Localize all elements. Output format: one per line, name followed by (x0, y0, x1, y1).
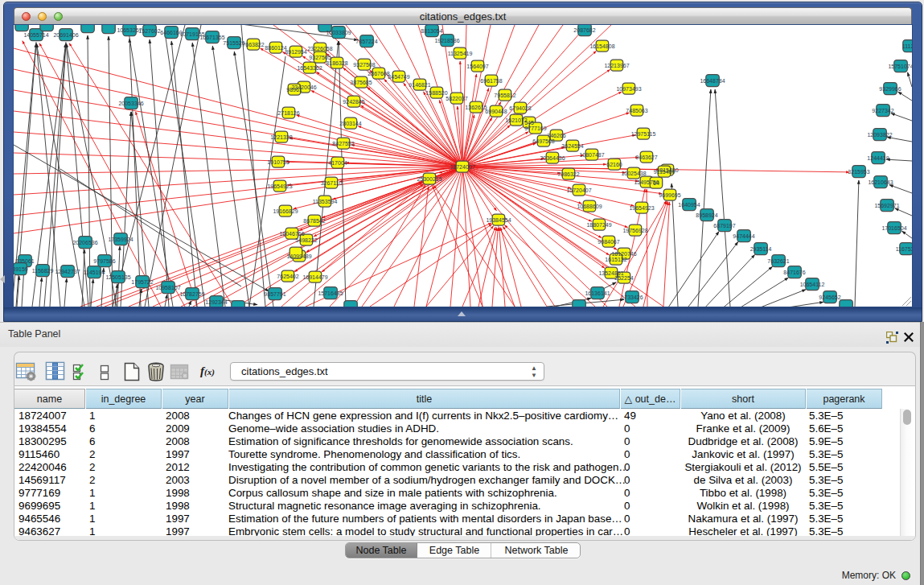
svg-text:18724007: 18724007 (450, 164, 474, 170)
svg-text:16210643: 16210643 (868, 179, 893, 185)
svg-text:16136141: 16136141 (585, 290, 610, 296)
svg-text:9115460: 9115460 (654, 169, 676, 175)
svg-text:2803144: 2803144 (339, 121, 361, 126)
svg-text:12975115: 12975115 (631, 131, 656, 137)
svg-text:2935114: 2935114 (750, 246, 772, 252)
svg-text:64: 64 (653, 180, 659, 186)
svg-text:1564097: 1564097 (466, 64, 488, 69)
svg-text:1527602: 1527602 (138, 28, 160, 34)
svg-text:7485063: 7485063 (626, 108, 647, 113)
svg-text:19166829: 19166829 (273, 208, 298, 214)
svg-text:8427552: 8427552 (332, 141, 354, 146)
svg-text:17359924: 17359924 (108, 237, 133, 242)
svg-text:5822037: 5822037 (446, 96, 467, 101)
svg-text:9245652: 9245652 (819, 295, 840, 300)
svg-text:1795722: 1795722 (131, 279, 153, 285)
svg-text:3267110: 3267110 (321, 180, 343, 186)
svg-text:10958107: 10958107 (155, 285, 180, 290)
svg-text:19654923: 19654923 (629, 205, 654, 211)
svg-text:9329966: 9329966 (879, 86, 901, 92)
svg-text:9463627: 9463627 (635, 154, 657, 160)
svg-text:16671355: 16671355 (199, 35, 224, 40)
svg-text:8912954: 8912954 (285, 49, 306, 55)
svg-text:20691406: 20691406 (53, 32, 78, 38)
svg-text:11353594: 11353594 (313, 199, 338, 204)
svg-text:16782759: 16782759 (179, 291, 204, 297)
svg-text:5498222: 5498222 (295, 237, 317, 243)
svg-text:8813054: 8813054 (421, 28, 442, 34)
svg-text:6879197: 6879197 (713, 223, 735, 229)
svg-text:1221338: 1221338 (270, 134, 292, 140)
svg-text:6990448: 6990448 (485, 109, 507, 114)
svg-text:8471676: 8471676 (783, 270, 805, 275)
svg-text:14099489: 14099489 (286, 253, 311, 259)
svg-text:9857791: 9857791 (264, 291, 285, 297)
svg-text:6497568: 6497568 (532, 138, 554, 144)
svg-text:8678542: 8678542 (303, 218, 325, 224)
svg-text:15751074: 15751074 (888, 64, 912, 69)
svg-text:8186328: 8186328 (326, 60, 347, 66)
svg-text:9227342: 9227342 (872, 108, 893, 113)
svg-text:9474444: 9474444 (733, 233, 754, 239)
svg-text:3875685: 3875685 (350, 80, 372, 85)
svg-text:7625402: 7625402 (277, 274, 298, 279)
svg-text:98961: 98961 (286, 87, 302, 93)
svg-text:19384554: 19384554 (486, 217, 511, 223)
svg-text:20053346: 20053346 (118, 101, 143, 106)
svg-text:12505135: 12505135 (105, 274, 130, 280)
svg-text:12942737: 12942737 (55, 269, 80, 274)
svg-text:3215953: 3215953 (848, 169, 869, 175)
svg-text:15716485: 15716485 (318, 290, 343, 296)
svg-text:9084067: 9084067 (598, 239, 619, 245)
svg-text:62160: 62160 (606, 162, 622, 167)
svg-text:25300215: 25300215 (417, 176, 441, 182)
svg-text:746266: 746266 (547, 133, 565, 138)
svg-text:3624554: 3624554 (561, 143, 583, 149)
svg-text:15720407: 15720407 (566, 187, 591, 193)
svg-text:9699695: 9699695 (659, 192, 680, 198)
svg-text:12093822: 12093822 (867, 132, 892, 138)
svg-text:1733426: 1733426 (621, 295, 643, 300)
svg-text:10025438: 10025438 (621, 171, 646, 176)
svg-text:15692971: 15692971 (874, 203, 899, 208)
svg-text:20206536: 20206536 (72, 240, 97, 245)
svg-text:8860124: 8860124 (265, 45, 286, 51)
svg-text:835061: 835061 (15, 258, 34, 264)
svg-text:1167533: 1167533 (896, 246, 912, 252)
svg-text:8958924: 8958924 (696, 212, 717, 218)
svg-text:6961758: 6961758 (480, 78, 502, 84)
svg-text:16046766: 16046766 (279, 231, 304, 237)
svg-text:10973493: 10973493 (616, 86, 641, 92)
svg-text:545: 545 (524, 120, 534, 126)
svg-text:1640954: 1640954 (678, 202, 700, 208)
svg-text:19654923: 19654923 (267, 183, 292, 189)
svg-text:7632621: 7632621 (767, 258, 789, 264)
svg-text:23226058: 23226058 (307, 46, 332, 51)
svg-text:19756928: 19756928 (622, 228, 647, 233)
svg-text:7986322: 7986322 (557, 171, 579, 177)
svg-text:16033809: 16033809 (326, 30, 351, 35)
svg-text:252254: 252254 (614, 275, 633, 281)
svg-text:18807249: 18807249 (586, 222, 611, 228)
svg-text:16648784: 16648784 (700, 78, 725, 84)
svg-text:9797586: 9797586 (93, 258, 115, 264)
svg-text:7955812: 7955812 (494, 93, 515, 98)
svg-text:9327508: 9327508 (353, 62, 375, 68)
svg-text:10688609: 10688609 (577, 204, 602, 209)
svg-text:1010755: 1010755 (267, 159, 289, 165)
svg-text:1615132: 1615132 (605, 257, 626, 262)
svg-text:9242845: 9242845 (343, 99, 364, 105)
svg-text:7857224: 7857224 (355, 39, 377, 44)
svg-text:1362615: 1362615 (465, 105, 487, 110)
svg-text:1292344: 1292344 (205, 299, 227, 305)
svg-text:1244419: 1244419 (867, 155, 889, 161)
svg-text:10807487: 10807487 (579, 152, 604, 158)
svg-text:12213967: 12213967 (604, 63, 629, 68)
svg-text:6794028: 6794028 (509, 105, 531, 111)
svg-text:417004: 417004 (328, 160, 347, 166)
svg-text:11325419: 11325419 (448, 51, 473, 56)
svg-text:14055714: 14055714 (23, 32, 48, 38)
svg-text:11123: 11123 (902, 43, 912, 49)
svg-text:2718126: 2718126 (277, 110, 299, 116)
svg-text:16914479: 16914479 (302, 274, 327, 280)
